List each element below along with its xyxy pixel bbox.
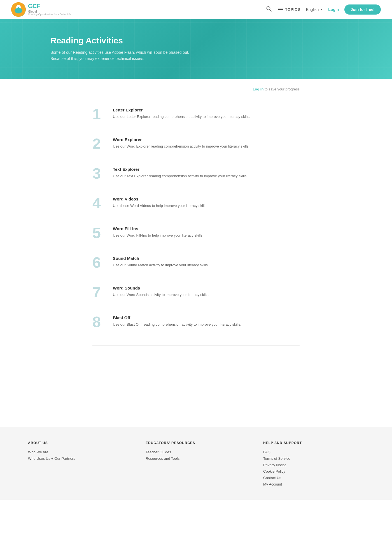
search-icon[interactable] xyxy=(265,5,273,14)
footer-link[interactable]: Terms of Service xyxy=(263,456,364,461)
activity-content: Word Videos Use these Word Videos to hel… xyxy=(113,197,207,209)
hamburger-icon xyxy=(278,8,283,11)
activity-number: 1 xyxy=(92,106,105,122)
activity-number: 8 xyxy=(92,314,105,329)
logo-icon xyxy=(11,2,26,17)
footer-link[interactable]: Privacy Notice xyxy=(263,463,364,467)
login-button[interactable]: Login xyxy=(328,7,339,12)
activity-content: Word Fill-Ins Use our Word Fill-Ins to h… xyxy=(113,226,203,238)
footer-link[interactable]: Contact Us xyxy=(263,476,364,480)
list-item: 8 Blast Off! Use our Blast Off! reading … xyxy=(92,307,300,337)
activity-content: Word Sounds Use our Word Sounds activity… xyxy=(113,286,209,298)
svg-line-4 xyxy=(270,10,271,11)
main-content: Log in to save your progress 1 Letter Ex… xyxy=(87,79,305,371)
progress-area: Log in to save your progress xyxy=(92,87,300,91)
about-us-heading: ABOUT US xyxy=(28,441,129,445)
hero-banner: Reading Activities Some of our Reading a… xyxy=(0,19,392,79)
language-label: English xyxy=(306,7,319,12)
list-item: 4 Word Videos Use these Word Videos to h… xyxy=(92,189,300,218)
activity-desc: Use these Word Videos to help improve yo… xyxy=(113,203,207,209)
site-header: GCF Global Creating Opportunities for a … xyxy=(0,0,392,19)
activity-title[interactable]: Word Fill-Ins xyxy=(113,226,203,231)
activity-title[interactable]: Text Explorer xyxy=(113,167,248,172)
page-title: Reading Activities xyxy=(50,36,392,45)
chevron-down-icon: ▼ xyxy=(320,8,323,11)
list-item: 6 Sound Match Use our Sound Match activi… xyxy=(92,248,300,278)
logo-tagline: Creating Opportunities for a Better Life… xyxy=(28,13,72,16)
activity-title[interactable]: Word Explorer xyxy=(113,137,249,142)
activity-number: 7 xyxy=(92,284,105,300)
list-item: 3 Text Explorer Use our Text Explorer re… xyxy=(92,159,300,189)
language-selector[interactable]: English ▼ xyxy=(306,7,323,12)
activity-desc: Use our Word Fill-Ins to help improve yo… xyxy=(113,233,203,238)
header-nav: TOPICS English ▼ Login Join for free! xyxy=(265,4,381,15)
activity-content: Text Explorer Use our Text Explorer read… xyxy=(113,167,248,179)
progress-text: to save your progress xyxy=(263,87,300,91)
list-item: 1 Letter Explorer Use our Letter Explore… xyxy=(92,100,300,129)
educators-heading: EDUCATORS' RESOURCES xyxy=(146,441,246,445)
join-button[interactable]: Join for free! xyxy=(344,4,381,15)
hero-subtitle: Some of our Reading activities use Adobe… xyxy=(50,49,196,62)
activity-title[interactable]: Sound Match xyxy=(113,256,209,261)
activity-title[interactable]: Word Videos xyxy=(113,197,207,201)
footer-educators-col: EDUCATORS' RESOURCES Teacher GuidesResou… xyxy=(146,441,246,489)
footer-link[interactable]: Resources and Tools xyxy=(146,456,246,461)
activity-content: Word Explorer Use our Word Explorer read… xyxy=(113,137,249,149)
activity-desc: Use our Word Sounds activity to improve … xyxy=(113,292,209,298)
footer-link[interactable]: Cookie Policy xyxy=(263,469,364,473)
activity-number: 5 xyxy=(92,225,105,240)
footer-inner: ABOUT US Who We AreWho Uses Us + Our Par… xyxy=(0,441,392,489)
list-item: 5 Word Fill-Ins Use our Word Fill-Ins to… xyxy=(92,218,300,248)
topics-button[interactable]: TOPICS xyxy=(278,7,300,11)
logo-gcf-text: GCF xyxy=(28,3,72,10)
footer-link[interactable]: Who Uses Us + Our Partners xyxy=(28,456,129,461)
site-footer: ABOUT US Who We AreWho Uses Us + Our Par… xyxy=(0,427,392,500)
activity-title[interactable]: Word Sounds xyxy=(113,286,209,290)
activity-desc: Use our Sound Match activity to improve … xyxy=(113,262,209,268)
activity-content: Letter Explorer Use our Letter Explorer … xyxy=(113,108,250,120)
footer-help-col: HELP AND SUPPORT FAQTerms of ServicePriv… xyxy=(263,441,364,489)
help-heading: HELP AND SUPPORT xyxy=(263,441,364,445)
activity-number: 2 xyxy=(92,136,105,151)
activity-desc: Use our Letter Explorer reading comprehe… xyxy=(113,114,250,120)
activity-list: 1 Letter Explorer Use our Letter Explore… xyxy=(92,100,300,337)
footer-spacer xyxy=(0,371,392,427)
activity-content: Sound Match Use our Sound Match activity… xyxy=(113,256,209,268)
activity-number: 4 xyxy=(92,195,105,211)
activity-content: Blast Off! Use our Blast Off! reading co… xyxy=(113,315,241,327)
footer-link[interactable]: FAQ xyxy=(263,450,364,454)
list-item: 2 Word Explorer Use our Word Explorer re… xyxy=(92,129,300,159)
footer-link[interactable]: Who We Are xyxy=(28,450,129,454)
footer-link[interactable]: My Account xyxy=(263,482,364,486)
logo[interactable]: GCF Global Creating Opportunities for a … xyxy=(11,2,72,17)
activity-number: 3 xyxy=(92,166,105,181)
logo-global-text: Global xyxy=(28,10,72,13)
activity-number: 6 xyxy=(92,255,105,270)
footer-about-col: ABOUT US Who We AreWho Uses Us + Our Par… xyxy=(28,441,129,489)
activity-desc: Use our Blast Off! reading comprehension… xyxy=(113,322,241,327)
activity-title[interactable]: Blast Off! xyxy=(113,315,241,320)
activity-title[interactable]: Letter Explorer xyxy=(113,108,250,112)
footer-link[interactable]: Teacher Guides xyxy=(146,450,246,454)
content-divider xyxy=(92,346,300,346)
list-item: 7 Word Sounds Use our Word Sounds activi… xyxy=(92,278,300,307)
activity-desc: Use our Word Explorer reading comprehens… xyxy=(113,144,249,149)
login-link[interactable]: Log in xyxy=(253,87,263,91)
activity-desc: Use our Text Explorer reading comprehens… xyxy=(113,173,248,179)
topics-label: TOPICS xyxy=(285,7,300,11)
